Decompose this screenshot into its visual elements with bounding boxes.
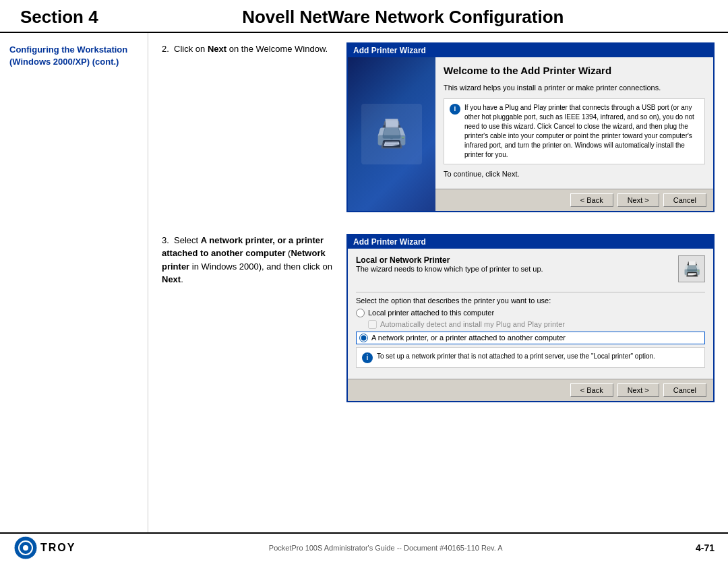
wizard1-info-box: i If you have a Plug and Play printer th… bbox=[444, 98, 705, 164]
step2-section: 2. Click on Next on the Welcome Window. … bbox=[162, 42, 715, 212]
wizard2-separator bbox=[356, 292, 705, 292]
troy-logo: TROY bbox=[13, 536, 75, 560]
wizard1-right-content: Welcome to the Add Printer Wizard This w… bbox=[435, 57, 713, 189]
wizard2-dialog: Add Printer Wizard Local or Network Prin… bbox=[346, 234, 715, 402]
wizard2-info-icon: i bbox=[362, 352, 373, 363]
wizard1-back-button[interactable]: < Back bbox=[570, 193, 613, 207]
body-wrapper: Configuring the Workstation (Windows 200… bbox=[0, 33, 728, 532]
wizard1-desc: This wizard helps you install a printer … bbox=[444, 83, 705, 93]
radio-local-label: Local printer attached to this computer bbox=[368, 309, 494, 317]
wizard2-section-title: Local or Network Printer bbox=[356, 255, 678, 265]
step2-number: 2. bbox=[162, 44, 169, 54]
wizard1-info-text: If you have a Plug and Play printer that… bbox=[464, 103, 699, 160]
radio-network[interactable] bbox=[359, 334, 368, 342]
step3-number: 3. bbox=[162, 235, 169, 245]
sidebar-title: Configuring the Workstation (Windows 200… bbox=[9, 44, 138, 68]
checkbox-autodetect[interactable]: Automatically detect and install my Plug… bbox=[368, 320, 705, 329]
wizard2-next-button[interactable]: Next > bbox=[617, 383, 659, 397]
wizard2-section-desc: The wizard needs to know which type of p… bbox=[356, 265, 678, 273]
radio-option-local[interactable]: Local printer attached to this computer bbox=[356, 309, 705, 317]
checkbox-autodetect-input[interactable] bbox=[368, 320, 377, 329]
step3-text: 3. Select A network printer, or a printe… bbox=[162, 234, 337, 286]
wizard1-dialog: Add Printer Wizard 🖨️ We bbox=[346, 42, 715, 212]
wizard1-container: Add Printer Wizard 🖨️ We bbox=[346, 42, 715, 212]
wizard2-label: Select the option that describes the pri… bbox=[356, 296, 705, 305]
wizard2-back-button[interactable]: < Back bbox=[570, 383, 613, 397]
page-layout: Section 4 Novell NetWare Network Configu… bbox=[0, 0, 728, 562]
wizard1-continue-text: To continue, click Next. bbox=[444, 170, 705, 178]
checkbox-autodetect-label: Automatically detect and install my Plug… bbox=[380, 320, 565, 328]
wizard1-right-panel: Welcome to the Add Printer Wizard This w… bbox=[435, 57, 713, 211]
printer-icon-small: 🖨️ bbox=[678, 255, 705, 282]
section-label: Section 4 bbox=[20, 7, 98, 28]
page-title: Novell NetWare Network Configuration bbox=[98, 7, 708, 28]
wizard1-buttons: < Back Next > Cancel bbox=[435, 189, 713, 211]
svg-point-2 bbox=[23, 545, 28, 551]
wizard2-container: Add Printer Wizard Local or Network Prin… bbox=[346, 234, 715, 402]
footer-page-number: 4-71 bbox=[696, 542, 715, 553]
wizard1-body: 🖨️ Welcome to the Add Printer Wizard Thi… bbox=[348, 57, 713, 211]
page-footer: TROY PocketPro 100S Administrator's Guid… bbox=[0, 532, 728, 562]
wizard2-buttons: < Back Next > Cancel bbox=[348, 379, 713, 401]
radio-local[interactable] bbox=[356, 309, 365, 317]
wizard2-info-box: i To set up a network printer that is no… bbox=[356, 347, 705, 368]
wizard2-header-text: Local or Network Printer The wizard need… bbox=[356, 255, 678, 273]
printer-icon-large: 🖨️ bbox=[375, 118, 408, 150]
wizard1-next-button[interactable]: Next > bbox=[617, 193, 659, 207]
troy-logo-text: TROY bbox=[40, 542, 75, 554]
radio-option-network[interactable]: A network printer, or a printer attached… bbox=[356, 332, 705, 344]
page-header: Section 4 Novell NetWare Network Configu… bbox=[0, 0, 728, 33]
wizard1-title: Welcome to the Add Printer Wizard bbox=[444, 64, 705, 77]
footer-doc-text: PocketPro 100S Administrator's Guide -- … bbox=[75, 544, 696, 552]
wizard1-titlebar: Add Printer Wizard bbox=[348, 44, 713, 57]
content-area: 2. Click on Next on the Welcome Window. … bbox=[148, 33, 728, 532]
wizard1-image: 🖨️ bbox=[361, 104, 422, 164]
troy-logo-icon bbox=[13, 536, 38, 560]
wizard2-info-text: To set up a network printer that is not … bbox=[377, 352, 655, 363]
footer-logo: TROY bbox=[13, 536, 75, 560]
wizard2-titlebar: Add Printer Wizard bbox=[348, 235, 713, 249]
wizard2-header: Local or Network Printer The wizard need… bbox=[356, 255, 705, 282]
step3-section: 3. Select A network printer, or a printe… bbox=[162, 234, 715, 402]
wizard1-cancel-button[interactable]: Cancel bbox=[663, 193, 706, 207]
step2-text: 2. Click on Next on the Welcome Window. bbox=[162, 42, 337, 56]
info-icon: i bbox=[450, 104, 460, 115]
wizard1-image-panel: 🖨️ bbox=[348, 57, 435, 211]
wizard2-body: Local or Network Printer The wizard need… bbox=[348, 249, 713, 379]
radio-network-label: A network printer, or a printer attached… bbox=[371, 334, 566, 342]
sidebar: Configuring the Workstation (Windows 200… bbox=[0, 33, 148, 532]
wizard2-cancel-button[interactable]: Cancel bbox=[663, 383, 706, 397]
